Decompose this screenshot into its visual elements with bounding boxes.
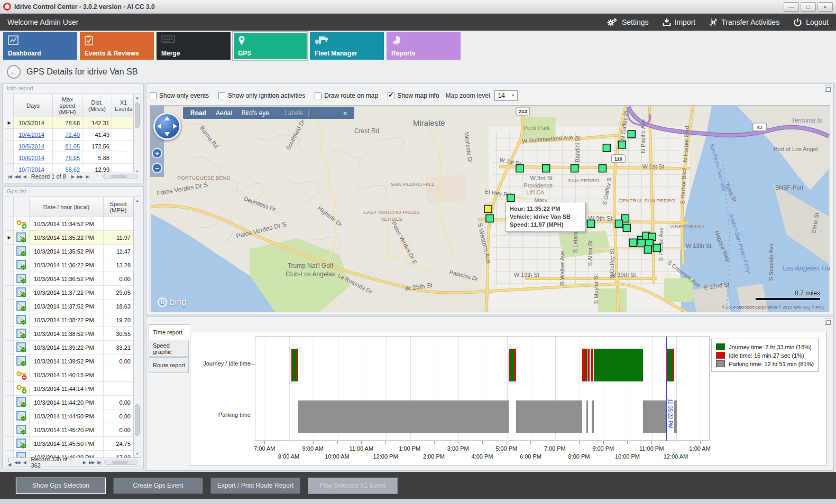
pager-last-icon[interactable]: ▶| xyxy=(97,460,100,465)
col-max-speed[interactable]: Max speed (MPH) xyxy=(53,94,82,117)
gps-list-row[interactable]: 10/3/2014 11:35:52 PM11.47 xyxy=(5,245,133,258)
map-style-labels[interactable]: Labels xyxy=(279,109,309,117)
pager-first-icon[interactable]: |◀ xyxy=(8,174,11,179)
pager-prev-icon[interactable]: ◀ xyxy=(23,460,25,465)
gps-list-row[interactable]: 10/3/2014 11:34:52 PM xyxy=(5,217,133,231)
pan-left-icon[interactable] xyxy=(157,124,161,129)
map-style-birdseye[interactable]: Bird's eye xyxy=(242,109,269,117)
map-style-aerial[interactable]: Aerial xyxy=(216,109,232,117)
pager-next-icon[interactable]: ▶ xyxy=(71,174,74,179)
pan-down-icon[interactable] xyxy=(164,132,170,136)
gps-list-row[interactable]: 10/3/2014 11:44:14 PM xyxy=(5,382,133,396)
tab-time-report[interactable]: Time report xyxy=(149,324,190,340)
gps-marker[interactable] xyxy=(603,144,610,152)
scroll-down-icon[interactable]: ▼ xyxy=(134,450,141,457)
pager-prev-icon[interactable]: ◀ xyxy=(23,174,26,179)
info-report-row[interactable]: 10/6/201476.955.88 xyxy=(5,152,135,164)
play-selected-x1-event-button[interactable]: Play Selected X1 Event xyxy=(308,478,398,494)
col-speed[interactable]: Speed (MPH) xyxy=(104,197,133,217)
info-report-scrollbar[interactable]: ▲ ▼ xyxy=(133,94,141,175)
gps-marker[interactable] xyxy=(507,194,515,202)
zoom-out-button[interactable]: − xyxy=(152,163,162,173)
settings-button[interactable]: Settings xyxy=(607,17,649,27)
tile-dashboard[interactable]: Dashboard xyxy=(3,32,77,60)
time-cursor-line[interactable] xyxy=(666,337,667,441)
tile-fleet-manager[interactable]: Fleet Manager xyxy=(310,32,384,60)
gps-list-row[interactable]: 10/3/2014 11:44:50 PM0.00 xyxy=(5,409,133,423)
zoom-in-button[interactable]: + xyxy=(152,148,162,158)
close-button[interactable]: × xyxy=(817,2,833,12)
create-gps-event-button[interactable]: Create Gps Event xyxy=(113,478,203,494)
map-canvas[interactable]: Burma RdSouthfield DrCrest RdMiralesteMi… xyxy=(150,105,830,312)
gps-marker[interactable] xyxy=(623,224,630,231)
gps-list-row[interactable]: 10/3/2014 11:39:52 PM0.00 xyxy=(5,354,133,368)
gps-list-scrollbar[interactable]: ▲ ▼ xyxy=(133,197,141,458)
gps-marker[interactable] xyxy=(618,141,626,148)
gps-list-row[interactable]: 10/3/2014 11:36:22 PM13.28 xyxy=(5,258,133,272)
gps-marker[interactable] xyxy=(516,165,523,172)
selected-gps-marker[interactable] xyxy=(484,206,492,213)
draw-route-checkbox[interactable]: Draw route on map xyxy=(315,92,378,99)
gps-marker[interactable] xyxy=(644,246,651,253)
pager-last-icon[interactable]: ▶| xyxy=(86,174,89,179)
gps-marker[interactable] xyxy=(587,220,595,227)
gps-marker[interactable] xyxy=(615,220,622,227)
col-days[interactable]: Days xyxy=(14,94,53,117)
collapse-map-panel-button[interactable] xyxy=(825,86,831,92)
collapse-map-nav-icon[interactable]: « xyxy=(343,109,347,117)
scrollbar-thumb[interactable] xyxy=(135,404,140,436)
map-zoom-select[interactable]: 14 xyxy=(494,90,518,101)
horizontal-scrollbar[interactable] xyxy=(103,174,138,179)
info-report-row[interactable]: ▶10/3/201478.68142.31 xyxy=(5,117,135,129)
tile-reports[interactable]: Reports xyxy=(387,32,461,60)
tab-route-report[interactable]: Route report xyxy=(149,357,189,373)
gps-marker[interactable] xyxy=(571,165,578,172)
compass-control[interactable] xyxy=(153,113,181,140)
gps-list-row[interactable]: 10/3/2014 11:37:52 PM18.63 xyxy=(5,300,133,313)
back-button[interactable] xyxy=(7,65,21,79)
info-report-row[interactable]: 10/5/201481.05172.56 xyxy=(5,141,135,152)
maximize-button[interactable]: □ xyxy=(801,2,816,12)
transfer-activities-button[interactable]: Transfer Activities xyxy=(709,17,779,27)
pager-prevpage-icon[interactable]: ◀◀ xyxy=(14,460,20,465)
map-style-road[interactable]: Road xyxy=(190,109,206,117)
pager-nextpage-icon[interactable]: ▶▶ xyxy=(89,460,94,465)
show-only-ignition-checkbox[interactable]: Show only ignition activities xyxy=(218,92,305,99)
pager-prevpage-icon[interactable]: ◀◀ xyxy=(14,174,20,179)
show-only-events-checkbox[interactable]: Show only events xyxy=(150,92,209,99)
gps-list-row[interactable]: 10/3/2014 11:36:52 PM0.00 xyxy=(5,272,133,286)
gps-marker[interactable] xyxy=(629,239,637,246)
gps-list-row[interactable]: 10/3/2014 11:37:22 PM29.05 xyxy=(5,286,133,300)
tab-speed-graphic[interactable]: Speed graphic xyxy=(149,341,189,357)
export-print-route-report-button[interactable]: Export / Print Route Report xyxy=(210,478,300,494)
window-titlebar[interactable]: Idrive Control Center - 3.0.2 version - … xyxy=(0,0,836,14)
gps-list-row[interactable]: ▶ 10/3/2014 11:35:22 PM11.97 xyxy=(5,231,133,245)
import-button[interactable]: Import xyxy=(663,18,696,26)
minimize-button[interactable]: — xyxy=(784,2,799,12)
gps-list-row[interactable]: 10/3/2014 11:44:20 PM0.00 xyxy=(5,396,133,409)
gps-marker[interactable] xyxy=(486,214,493,222)
logout-button[interactable]: Logout xyxy=(793,18,829,27)
gps-list-row[interactable]: 10/3/2014 11:39:22 PM33.21 xyxy=(5,341,133,354)
tile-gps[interactable]: GPS xyxy=(233,32,307,60)
pan-up-icon[interactable] xyxy=(164,116,170,120)
gps-marker[interactable] xyxy=(543,165,550,172)
scroll-up-icon[interactable]: ▲ xyxy=(134,94,141,101)
scrollbar-thumb[interactable] xyxy=(135,102,140,128)
gps-list-row[interactable]: 10/3/2014 11:38:52 PM30.55 xyxy=(5,327,133,341)
info-report-row[interactable]: 10/4/201472.4041.49 xyxy=(5,129,135,141)
tile-events-reviews[interactable]: Events & Reviews xyxy=(80,32,154,60)
pager-nextpage-icon[interactable]: ▶▶ xyxy=(77,174,82,179)
pager-first-icon[interactable]: |◀ xyxy=(8,458,11,467)
gps-marker[interactable] xyxy=(599,165,606,172)
horizontal-scrollbar[interactable] xyxy=(104,460,138,465)
show-map-info-checkbox[interactable]: Show map info xyxy=(388,92,439,99)
gps-list-row[interactable]: 10/3/2014 11:38:22 PM19.70 xyxy=(5,313,133,327)
show-gps-selection-button[interactable]: Show Gps Selection xyxy=(16,478,106,494)
gps-marker[interactable] xyxy=(628,130,635,138)
gps-list-row[interactable]: 10/3/2014 11:45:50 PM24.75 xyxy=(5,437,133,451)
gps-list-row[interactable]: 10/3/2014 11:40:15 PM xyxy=(5,368,133,382)
tile-merge[interactable]: Merge xyxy=(157,32,231,60)
col-datetime[interactable]: Date / hour (local) xyxy=(30,197,104,217)
scroll-up-icon[interactable]: ▲ xyxy=(134,197,141,204)
